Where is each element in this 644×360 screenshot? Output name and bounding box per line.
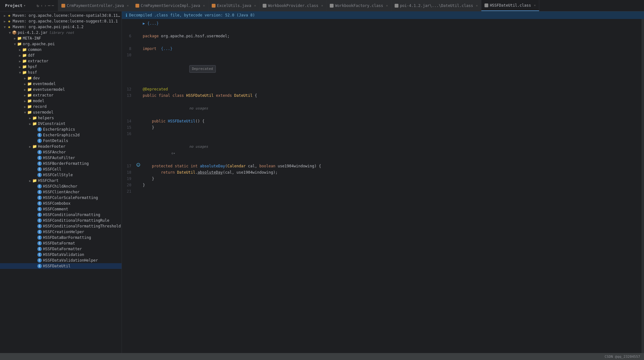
- sidebar-item-poi[interactable]: ▼ ◆ Maven: org.apache.poi:poi:4.1.2: [0, 24, 122, 30]
- code-line-18: 18 return DateUtil.absoluteDay(cal, use1…: [122, 169, 641, 176]
- sidebar-item-label: Maven: org.apache.lucene:lucene-spatial3…: [13, 13, 122, 18]
- expand-arrow: ▶: [23, 77, 27, 80]
- sidebar-item-label: HSSFCreationHelper: [43, 230, 84, 234]
- nav-next-icon[interactable]: ›: [44, 3, 47, 8]
- sidebar-item-hssfcolorscaleformatting[interactable]: ▶ C HSSFColorScaleFormatting: [0, 195, 122, 201]
- tab-workbook-factory[interactable]: WorkbookFactory.class ✕: [327, 0, 391, 11]
- sidebar-item-org-apache-poi[interactable]: ▼ 📁 org.apache.poi: [0, 41, 122, 47]
- sidebar-item-hssfcomment[interactable]: ▶ C HSSFComment: [0, 206, 122, 212]
- expand-arrow: ▶: [18, 65, 22, 69]
- sidebar-item-hssfcreationhelper[interactable]: ▶ C HSSFCreationHelper: [0, 229, 122, 235]
- sidebar-item-hssfborderformatting[interactable]: ▶ C HSSFBorderFormatting: [0, 161, 122, 166]
- sidebar-item-extractor2[interactable]: ▶ 📁 extractor: [0, 92, 122, 98]
- code-line-empty-2: [122, 39, 641, 46]
- sidebar-item-hssfclientanchor[interactable]: ▶ C HSSFClientAnchor: [0, 189, 122, 195]
- settings-icon[interactable]: ⋯: [48, 3, 50, 8]
- class-icon: C: [37, 161, 42, 166]
- folder-icon: 📁: [17, 42, 22, 46]
- sync-icon[interactable]: ↻: [37, 3, 39, 8]
- expand-arrow: ▼: [8, 31, 12, 34]
- sidebar-item-hssfconditionalformatting[interactable]: ▶ C HSSFConditionalFormatting: [0, 212, 122, 218]
- tab-crm-payment-service-impl[interactable]: CrmPaymentServiceImpl.java ✕: [132, 0, 209, 11]
- sidebar-item-common[interactable]: ▶ 📁 common: [0, 47, 122, 53]
- class-icon: C: [37, 207, 42, 211]
- sidebar-item-ddf[interactable]: ▶ 📁 ddf: [0, 53, 122, 58]
- code-editor[interactable]: ▶ {...} 6 package org.apache.poi.hssf.us…: [122, 19, 641, 353]
- override-symbol: ⊙▾: [172, 152, 175, 155]
- sidebar-item-eschergraphics[interactable]: ▶ C EscherGraphics: [0, 127, 122, 132]
- sidebar-item-dvconstraint[interactable]: ▶ 📁 DVConstraint: [0, 121, 122, 127]
- tab-close[interactable]: ✕: [476, 4, 478, 7]
- sidebar-item-label: HSSFDataValidation: [43, 252, 84, 257]
- override-icon: O: [136, 163, 140, 167]
- minimize-icon[interactable]: −: [52, 3, 54, 8]
- tab-close[interactable]: ✕: [203, 4, 205, 7]
- tab-poi-dateutil[interactable]: poi-4.1.2.jar\...\DateUtil.class ✕: [391, 0, 481, 11]
- tab-workbook-provider[interactable]: WorkbookProvider.class ✕: [259, 0, 327, 11]
- sidebar-item-label: hssf: [28, 70, 37, 75]
- tab-close[interactable]: ✕: [386, 4, 388, 7]
- sidebar-item-extractor[interactable]: ▶ 📁 extractor: [0, 58, 122, 64]
- sidebar-item-hssfcellstyle[interactable]: ▶ C HSSFCellStyle: [0, 172, 122, 178]
- sidebar-item-label: HSSFCell: [43, 167, 61, 171]
- sidebar-item-label: model: [33, 99, 44, 103]
- sidebar-item-hssfautofilter[interactable]: ▶ C HSSFAutoFilter: [0, 155, 122, 161]
- tab-hssf-dateutil[interactable]: HSSFDateUtil.class ✕: [481, 0, 539, 11]
- sidebar-item-hssfdataformat[interactable]: ▶ C HSSFDataFormat: [0, 240, 122, 246]
- tab-close[interactable]: ✕: [127, 4, 129, 7]
- maven-icon: ◆: [7, 19, 11, 23]
- sidebar-item-hssfdatabarformatting[interactable]: ▶ C HSSFDataBarFormatting: [0, 235, 122, 240]
- line-number: 20: [122, 182, 135, 188]
- sidebar-item-hssfdataformatter[interactable]: ▶ C HSSFDataFormatter: [0, 246, 122, 252]
- sidebar-item-record[interactable]: ▶ 📁 record: [0, 104, 122, 109]
- tab-icon-java: [61, 4, 65, 8]
- tab-excel-utils[interactable]: ExcelUtils.java ✕: [209, 0, 259, 11]
- sidebar-item-headerfooter[interactable]: ▶ 📁 HeaderFooter: [0, 144, 122, 149]
- sidebar-item-label: HSSFClientAnchor: [43, 190, 80, 194]
- sidebar-item-eventmodel[interactable]: ▶ 📁 eventmodel: [0, 81, 122, 87]
- sidebar-item-hpsf[interactable]: ▶ 📁 hpsf: [0, 64, 122, 70]
- sidebar-item-hssfchart[interactable]: ▶ 📁 HSSFChart: [0, 178, 122, 183]
- sidebar-item-hssfdatavalidationhelper[interactable]: ▶ C HSSFDataValidationHelper: [0, 258, 122, 263]
- sidebar-item-label: common: [28, 47, 41, 52]
- sidebar-item-poi-jar[interactable]: ▼ 📦 poi-4.1.2.jar library root: [0, 30, 122, 35]
- code-content: [141, 80, 641, 86]
- folder-icon: 📁: [27, 76, 32, 80]
- tab-close[interactable]: ✕: [321, 4, 323, 7]
- sidebar-item-model[interactable]: ▶ 📁 model: [0, 98, 122, 104]
- code-content: [141, 188, 641, 195]
- sidebar-item-hssfdateutil[interactable]: ▶ C HSSFDateUtil: [0, 263, 122, 269]
- project-header[interactable]: Project ▾ ↻ ‹ › ⋯ −: [1, 0, 58, 11]
- expand-arrow: ▶: [28, 179, 32, 183]
- tab-close[interactable]: ✕: [534, 3, 536, 7]
- fold-toggle[interactable]: ▶ {...}: [143, 21, 159, 26]
- sidebar-item-metainf[interactable]: ▶ 📁 META-INF: [0, 35, 122, 41]
- sidebar-item-hssfcombobox[interactable]: ▶ C HSSFCombobox: [0, 201, 122, 206]
- sidebar-item-hssfdatavalidation[interactable]: ▶ C HSSFDataValidation: [0, 252, 122, 258]
- sidebar-item-helpers[interactable]: ▶ 📁 helpers: [0, 115, 122, 121]
- tab-label: HSSFDateUtil.class: [490, 3, 531, 8]
- code-line-12: 12 @Deprecated: [122, 86, 641, 92]
- tab-close[interactable]: ✕: [254, 4, 256, 7]
- sidebar-item-hssfconditionalformattingthreshold[interactable]: ▶ C HSSFConditionalFormattingThreshold: [0, 223, 122, 229]
- project-dropdown-icon[interactable]: ▾: [24, 4, 26, 7]
- sidebar-item-hssfanchor[interactable]: ▶ C HSSFAnchor: [0, 149, 122, 155]
- nav-prev-icon[interactable]: ‹: [41, 3, 43, 8]
- sidebar-item-hssfchildanchor[interactable]: ▶ C HSSFChildAnchor: [0, 183, 122, 189]
- sidebar-item-usermodel[interactable]: ▼ 📁 usermodel: [0, 109, 122, 115]
- sidebar-item-lucene-suggest[interactable]: ▶ ◆ Maven: org.apache.lucene:lucene-sugg…: [0, 18, 122, 24]
- editor-scrollbar[interactable]: [641, 19, 644, 353]
- sidebar-item-label: extractor: [33, 93, 53, 97]
- sidebar-item-hssfcell[interactable]: ▶ C HSSFCell: [0, 166, 122, 172]
- sidebar-item-fontdetails[interactable]: ▶ C FontDetails: [0, 138, 122, 144]
- tab-crm-payment-controller[interactable]: CrmPaymentController.java ✕: [58, 0, 132, 11]
- gutter[interactable]: O: [135, 163, 141, 167]
- sidebar-item-eventusermodel[interactable]: ▶ 📁 eventusermodel: [0, 87, 122, 92]
- sidebar-item-label: HSSFDataValidationHelper: [43, 258, 98, 263]
- import-fold[interactable]: {...}: [159, 47, 172, 51]
- sidebar-item-hssf[interactable]: ▼ 📁 hssf: [0, 70, 122, 75]
- sidebar-item-dev[interactable]: ▶ 📁 dev: [0, 75, 122, 81]
- sidebar-item-lucene-spatial[interactable]: ▶ ◆ Maven: org.apache.lucene:lucene-spat…: [0, 13, 122, 18]
- sidebar-item-eschergraphics2d[interactable]: ▶ C EscherGraphics2d: [0, 132, 122, 138]
- sidebar-item-hssfconditionalformattingrule[interactable]: ▶ C HSSFConditionalFormattingRule: [0, 218, 122, 223]
